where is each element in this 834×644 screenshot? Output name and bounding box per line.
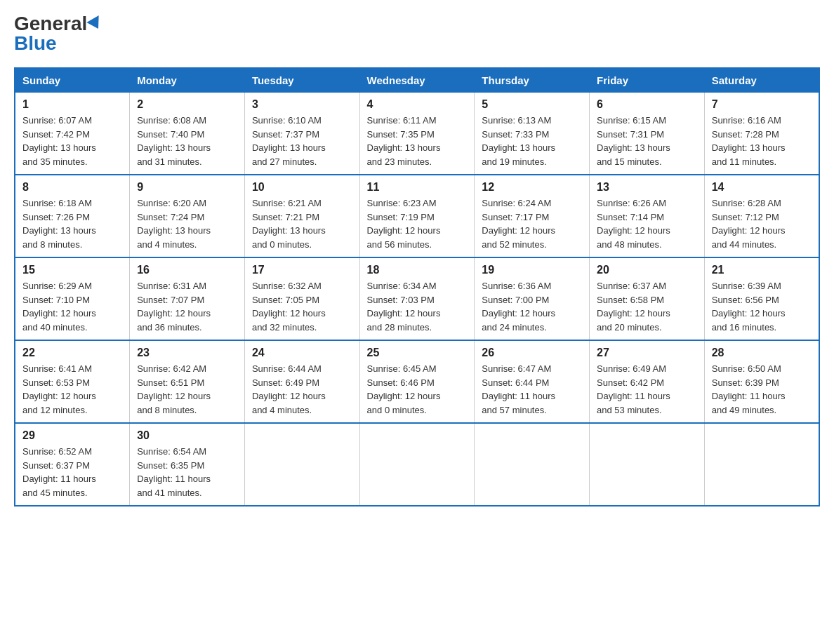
calendar-day-cell: 16 Sunrise: 6:31 AMSunset: 7:07 PMDaylig… — [130, 257, 245, 340]
calendar-day-cell: 4 Sunrise: 6:11 AMSunset: 7:35 PMDayligh… — [359, 93, 475, 175]
logo-general-text: General — [14, 14, 87, 34]
day-info: Sunrise: 6:28 AMSunset: 7:12 PMDaylight:… — [712, 196, 812, 251]
calendar-day-cell: 6 Sunrise: 6:15 AMSunset: 7:31 PMDayligh… — [590, 93, 705, 175]
calendar-day-cell — [704, 423, 819, 506]
day-number: 28 — [712, 347, 812, 359]
day-number: 11 — [367, 181, 468, 194]
day-info: Sunrise: 6:42 AMSunset: 6:51 PMDaylight:… — [137, 362, 237, 417]
day-info: Sunrise: 6:31 AMSunset: 7:07 PMDaylight:… — [137, 279, 237, 334]
day-number: 24 — [252, 347, 352, 359]
calendar-table: SundayMondayTuesdayWednesdayThursdayFrid… — [14, 67, 820, 507]
calendar-day-cell: 27 Sunrise: 6:49 AMSunset: 6:42 PMDaylig… — [590, 340, 705, 423]
day-info: Sunrise: 6:13 AMSunset: 7:33 PMDaylight:… — [482, 114, 582, 168]
day-info: Sunrise: 6:41 AMSunset: 6:53 PMDaylight:… — [22, 362, 122, 417]
day-number: 12 — [482, 181, 582, 194]
day-info: Sunrise: 6:29 AMSunset: 7:10 PMDaylight:… — [22, 279, 122, 334]
day-info: Sunrise: 6:10 AMSunset: 7:37 PMDaylight:… — [252, 114, 352, 168]
day-info: Sunrise: 6:50 AMSunset: 6:39 PMDaylight:… — [712, 362, 812, 417]
day-number: 5 — [482, 98, 582, 111]
day-number: 22 — [22, 347, 122, 359]
logo-blue-text: Blue — [14, 34, 57, 53]
calendar-day-cell: 26 Sunrise: 6:47 AMSunset: 6:44 PMDaylig… — [475, 340, 590, 423]
day-number: 27 — [597, 347, 697, 359]
calendar-day-cell: 24 Sunrise: 6:44 AMSunset: 6:49 PMDaylig… — [244, 340, 359, 423]
column-header-saturday: Saturday — [704, 68, 819, 93]
day-info: Sunrise: 6:49 AMSunset: 6:42 PMDaylight:… — [597, 362, 697, 417]
day-number: 1 — [22, 98, 122, 111]
day-number: 29 — [22, 429, 122, 442]
calendar-week-row: 8 Sunrise: 6:18 AMSunset: 7:26 PMDayligh… — [15, 175, 819, 257]
day-info: Sunrise: 6:23 AMSunset: 7:19 PMDaylight:… — [367, 196, 468, 251]
calendar-week-row: 15 Sunrise: 6:29 AMSunset: 7:10 PMDaylig… — [15, 257, 819, 340]
day-info: Sunrise: 6:15 AMSunset: 7:31 PMDaylight:… — [597, 114, 697, 168]
calendar-day-cell: 11 Sunrise: 6:23 AMSunset: 7:19 PMDaylig… — [359, 175, 475, 257]
column-header-wednesday: Wednesday — [359, 68, 475, 93]
day-number: 6 — [597, 98, 697, 111]
calendar-day-cell: 29 Sunrise: 6:52 AMSunset: 6:37 PMDaylig… — [15, 423, 130, 506]
calendar-week-row: 29 Sunrise: 6:52 AMSunset: 6:37 PMDaylig… — [15, 423, 819, 506]
column-header-friday: Friday — [590, 68, 705, 93]
day-info: Sunrise: 6:18 AMSunset: 7:26 PMDaylight:… — [22, 196, 122, 251]
calendar-day-cell — [244, 423, 359, 506]
logo: General Blue — [14, 14, 102, 53]
day-number: 9 — [137, 181, 237, 194]
day-number: 14 — [712, 181, 812, 194]
calendar-day-cell: 30 Sunrise: 6:54 AMSunset: 6:35 PMDaylig… — [130, 423, 245, 506]
day-number: 18 — [367, 264, 468, 276]
calendar-day-cell: 14 Sunrise: 6:28 AMSunset: 7:12 PMDaylig… — [704, 175, 819, 257]
calendar-day-cell: 1 Sunrise: 6:07 AMSunset: 7:42 PMDayligh… — [15, 93, 130, 175]
column-header-sunday: Sunday — [15, 68, 130, 93]
day-info: Sunrise: 6:26 AMSunset: 7:14 PMDaylight:… — [597, 196, 697, 251]
calendar-day-cell: 3 Sunrise: 6:10 AMSunset: 7:37 PMDayligh… — [244, 93, 359, 175]
day-number: 10 — [252, 181, 352, 194]
calendar-day-cell: 13 Sunrise: 6:26 AMSunset: 7:14 PMDaylig… — [590, 175, 705, 257]
calendar-day-cell: 2 Sunrise: 6:08 AMSunset: 7:40 PMDayligh… — [130, 93, 245, 175]
day-info: Sunrise: 6:36 AMSunset: 7:00 PMDaylight:… — [482, 279, 582, 334]
day-info: Sunrise: 6:24 AMSunset: 7:17 PMDaylight:… — [482, 196, 582, 251]
column-header-thursday: Thursday — [475, 68, 590, 93]
calendar-day-cell: 17 Sunrise: 6:32 AMSunset: 7:05 PMDaylig… — [244, 257, 359, 340]
logo-triangle-icon — [87, 15, 105, 32]
calendar-day-cell: 10 Sunrise: 6:21 AMSunset: 7:21 PMDaylig… — [244, 175, 359, 257]
day-info: Sunrise: 6:45 AMSunset: 6:46 PMDaylight:… — [367, 362, 468, 417]
day-info: Sunrise: 6:34 AMSunset: 7:03 PMDaylight:… — [367, 279, 468, 334]
day-number: 25 — [367, 347, 468, 359]
calendar-day-cell: 5 Sunrise: 6:13 AMSunset: 7:33 PMDayligh… — [475, 93, 590, 175]
day-number: 23 — [137, 347, 237, 359]
column-header-tuesday: Tuesday — [244, 68, 359, 93]
calendar-day-cell: 7 Sunrise: 6:16 AMSunset: 7:28 PMDayligh… — [704, 93, 819, 175]
day-number: 30 — [137, 429, 237, 442]
day-info: Sunrise: 6:37 AMSunset: 6:58 PMDaylight:… — [597, 279, 697, 334]
calendar-week-row: 1 Sunrise: 6:07 AMSunset: 7:42 PMDayligh… — [15, 93, 819, 175]
day-number: 19 — [482, 264, 582, 276]
day-number: 7 — [712, 98, 812, 111]
calendar-day-cell: 18 Sunrise: 6:34 AMSunset: 7:03 PMDaylig… — [359, 257, 475, 340]
day-number: 3 — [252, 98, 352, 111]
day-info: Sunrise: 6:47 AMSunset: 6:44 PMDaylight:… — [482, 362, 582, 417]
day-info: Sunrise: 6:11 AMSunset: 7:35 PMDaylight:… — [367, 114, 468, 168]
calendar-day-cell: 28 Sunrise: 6:50 AMSunset: 6:39 PMDaylig… — [704, 340, 819, 423]
calendar-day-cell — [475, 423, 590, 506]
column-header-monday: Monday — [130, 68, 245, 93]
day-info: Sunrise: 6:07 AMSunset: 7:42 PMDaylight:… — [22, 114, 122, 168]
day-info: Sunrise: 6:54 AMSunset: 6:35 PMDaylight:… — [137, 445, 237, 499]
calendar-day-cell: 9 Sunrise: 6:20 AMSunset: 7:24 PMDayligh… — [130, 175, 245, 257]
day-number: 15 — [22, 264, 122, 276]
calendar-day-cell: 20 Sunrise: 6:37 AMSunset: 6:58 PMDaylig… — [590, 257, 705, 340]
day-info: Sunrise: 6:20 AMSunset: 7:24 PMDaylight:… — [137, 196, 237, 251]
day-number: 20 — [597, 264, 697, 276]
day-number: 16 — [137, 264, 237, 276]
day-info: Sunrise: 6:08 AMSunset: 7:40 PMDaylight:… — [137, 114, 237, 168]
calendar-day-cell: 22 Sunrise: 6:41 AMSunset: 6:53 PMDaylig… — [15, 340, 130, 423]
calendar-day-cell: 19 Sunrise: 6:36 AMSunset: 7:00 PMDaylig… — [475, 257, 590, 340]
day-number: 17 — [252, 264, 352, 276]
calendar-day-cell — [359, 423, 475, 506]
calendar-header-row: SundayMondayTuesdayWednesdayThursdayFrid… — [15, 68, 819, 93]
day-number: 21 — [712, 264, 812, 276]
calendar-day-cell: 8 Sunrise: 6:18 AMSunset: 7:26 PMDayligh… — [15, 175, 130, 257]
day-number: 26 — [482, 347, 582, 359]
day-info: Sunrise: 6:39 AMSunset: 6:56 PMDaylight:… — [712, 279, 812, 334]
day-info: Sunrise: 6:21 AMSunset: 7:21 PMDaylight:… — [252, 196, 352, 251]
calendar-day-cell: 12 Sunrise: 6:24 AMSunset: 7:17 PMDaylig… — [475, 175, 590, 257]
day-info: Sunrise: 6:32 AMSunset: 7:05 PMDaylight:… — [252, 279, 352, 334]
